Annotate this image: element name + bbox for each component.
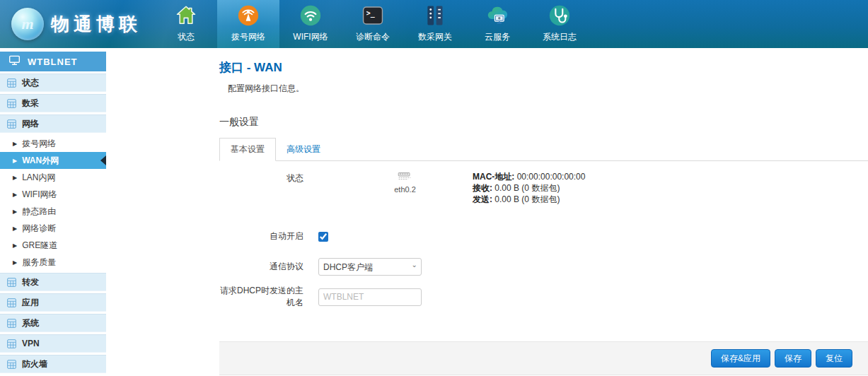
sidebar-item-label: 网络: [22, 118, 39, 130]
sidebar-item-network[interactable]: 网络: [0, 114, 106, 133]
grid-icon: [7, 339, 16, 348]
sidebar-subitem-net-diagnose[interactable]: ▶ 网络诊断: [0, 220, 106, 237]
triangle-right-icon: ▶: [13, 175, 17, 181]
gateway-icon: [422, 3, 448, 28]
grid-icon: [7, 319, 16, 328]
interface-name: eth0.2: [361, 185, 449, 194]
sidebar-subitem-wan[interactable]: ▶ WAN外网: [0, 152, 106, 169]
sidebar-item-label: 数采: [22, 98, 39, 110]
tab-advanced-settings[interactable]: 高级设置: [276, 139, 331, 160]
nav-label: 数采网关: [418, 31, 452, 43]
grid-icon: [7, 298, 16, 307]
hostname-input[interactable]: [318, 288, 422, 306]
nav-item-cloud-service[interactable]: 云服务: [466, 0, 528, 48]
main-panel: 接口 - WAN 配置网络接口信息。 一般设置 基本设置 高级设置 状态 eth…: [106, 48, 868, 376]
sidebar-item-label: 服务质量: [22, 257, 56, 269]
nav-item-wifi-network[interactable]: WIFI网络: [279, 0, 342, 48]
sidebar-item-label: 拨号网络: [22, 138, 56, 150]
nav-label: 拨号网络: [231, 31, 265, 43]
nav-item-data-gateway[interactable]: 数采网关: [404, 0, 466, 48]
save-button[interactable]: 保存: [775, 349, 811, 368]
sidebar-item-forward[interactable]: 转发: [0, 273, 106, 291]
triangle-right-icon: ▶: [13, 225, 17, 232]
sidebar-item-data-collect[interactable]: 数采: [0, 94, 106, 112]
auto-start-checkbox[interactable]: [318, 232, 328, 242]
sidebar-subitem-lan[interactable]: ▶ LAN内网: [0, 169, 106, 186]
grid-icon: [7, 119, 16, 129]
page-title: 接口 - WAN: [219, 59, 868, 76]
dial-network-icon: [236, 3, 261, 28]
top-header: m 物通博联 状态 拨号网络 WIFI网络 >_ 诊断命令: [0, 0, 868, 48]
sidebar-item-vpn[interactable]: VPN: [0, 334, 106, 353]
sidebar-subitem-static-route[interactable]: ▶ 静态路由: [0, 203, 106, 220]
sidebar-item-label: 防火墙: [22, 358, 47, 370]
hostname-row: 请求DHCP时发送的主机名: [219, 285, 868, 309]
home-icon: [173, 3, 199, 28]
sidebar-item-label: WAN外网: [22, 155, 59, 167]
stat-line: 接收: 0.00 B (0 数据包): [473, 182, 585, 194]
sidebar-item-label: GRE隧道: [22, 240, 57, 252]
wan-form: 状态 eth0.2 MAC-地址: 00:00:00:00:00:00 接收: …: [219, 171, 868, 309]
grid-icon: [7, 78, 16, 88]
nav-item-status[interactable]: 状态: [155, 0, 217, 48]
terminal-icon: >_: [360, 3, 386, 28]
nav-label: 状态: [178, 31, 195, 43]
sidebar-item-label: LAN内网: [22, 172, 55, 184]
protocol-label: 通信协议: [219, 261, 318, 273]
device-name: WTBLNET: [28, 57, 78, 67]
action-bar: 保存&应用 保存 复位: [219, 341, 868, 375]
protocol-row: 通信协议 DHCP客户端 ⌄: [219, 258, 868, 276]
sidebar: WTBLNET 状态 数采 网络 ▶ 拨号网络 ▶ WAN外网 ▶ LAN内网 …: [0, 48, 106, 375]
auto-start-label: 自动开启: [219, 230, 318, 242]
sidebar-item-label: 应用: [22, 297, 39, 309]
status-label: 状态: [219, 171, 318, 184]
triangle-right-icon: ▶: [13, 141, 17, 147]
sidebar-item-label: 状态: [22, 77, 39, 89]
grid-icon: [7, 360, 16, 369]
sidebar-device-header: WTBLNET: [0, 52, 106, 71]
stat-line: 发送: 0.00 B (0 数据包): [473, 194, 585, 205]
reset-button[interactable]: 复位: [816, 349, 852, 368]
brand-logo: m 物通博联: [0, 0, 145, 48]
sidebar-item-status[interactable]: 状态: [0, 74, 106, 92]
interface-block: eth0.2: [361, 171, 449, 194]
triangle-right-icon: ▶: [13, 242, 17, 249]
sidebar-item-label: 系统: [22, 317, 39, 329]
logo-text: 物通博联: [51, 12, 141, 37]
grid-icon: [7, 99, 16, 108]
sidebar-item-label: VPN: [22, 339, 40, 348]
settings-tabs: 基本设置 高级设置: [219, 138, 868, 161]
sidebar-item-label: 网络诊断: [22, 223, 56, 235]
sidebar-item-label: WIFI网络: [22, 189, 57, 201]
grid-icon: [7, 278, 16, 287]
nav-item-system-log[interactable]: 系统日志: [528, 0, 591, 48]
nav-label: 云服务: [485, 31, 510, 43]
sidebar-item-label: 转发: [22, 276, 39, 288]
nav-label: 系统日志: [543, 31, 577, 43]
ethernet-adapter-icon: [397, 172, 413, 181]
monitor-icon: [8, 55, 21, 68]
sidebar-item-firewall[interactable]: 防火墙: [0, 355, 106, 373]
auto-start-row: 自动开启: [219, 230, 868, 242]
hostname-label: 请求DHCP时发送的主机名: [219, 285, 318, 309]
save-apply-button[interactable]: 保存&应用: [711, 349, 770, 368]
interface-stats: MAC-地址: 00:00:00:00:00:00 接收: 0.00 B (0 …: [473, 171, 585, 205]
sidebar-item-system[interactable]: 系统: [0, 314, 106, 332]
nav-item-diagnostic-command[interactable]: >_ 诊断命令: [342, 0, 404, 48]
sidebar-subitem-wifi[interactable]: ▶ WIFI网络: [0, 186, 106, 203]
sidebar-item-application[interactable]: 应用: [0, 293, 106, 312]
svg-text:>_: >_: [366, 9, 375, 18]
protocol-select[interactable]: DHCP客户端: [318, 258, 422, 276]
sidebar-subitem-qos[interactable]: ▶ 服务质量: [0, 254, 106, 271]
sidebar-subitem-gre-tunnel[interactable]: ▶ GRE隧道: [0, 237, 106, 254]
page-subtitle: 配置网络接口信息。: [228, 83, 868, 95]
nav-label: WIFI网络: [293, 31, 328, 43]
sidebar-subitem-dial-network[interactable]: ▶ 拨号网络: [0, 135, 106, 152]
tab-basic-settings[interactable]: 基本设置: [219, 138, 276, 161]
sidebar-item-label: 静态路由: [22, 206, 56, 218]
nav-item-dial-network[interactable]: 拨号网络: [217, 0, 279, 48]
syslog-icon: [547, 3, 572, 28]
triangle-right-icon: ▶: [13, 208, 17, 215]
triangle-right-icon: ▶: [13, 158, 17, 164]
section-title: 一般设置: [219, 116, 868, 129]
